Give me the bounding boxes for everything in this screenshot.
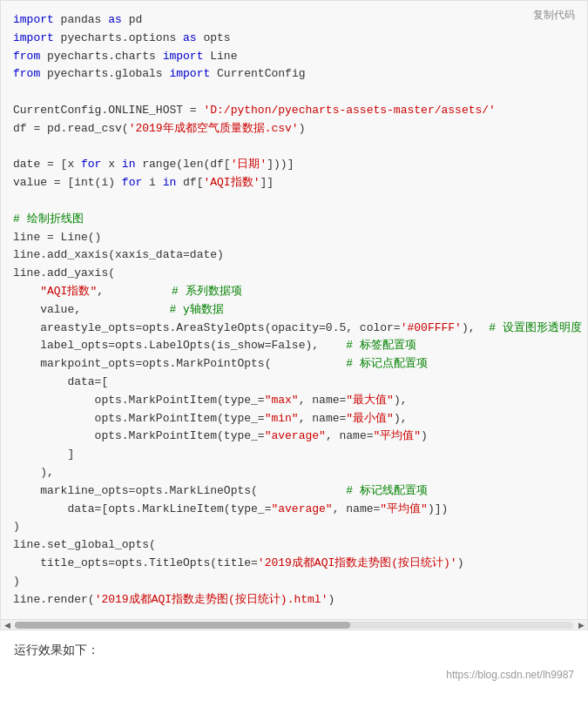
copy-button[interactable]: 复制代码 — [528, 6, 580, 24]
code-line-4: from pyecharts.globals import CurrentCon… — [13, 67, 305, 80]
code-line-9: date = [x for x in range(len(df['日期']))] — [13, 158, 294, 171]
below-code-label: 运行效果如下： — [14, 643, 99, 657]
code-line-23: opts.MarkPointItem(type_="min", name="最小… — [13, 412, 408, 425]
code-line-6: CurrentConfig.ONLINE_HOST = 'D:/python/p… — [13, 104, 496, 117]
code-line-15: line.add_yaxis( — [13, 266, 115, 280]
code-line-1: import pandas as pd — [13, 13, 142, 26]
scroll-thumb[interactable] — [15, 622, 350, 629]
csdn-url-text: https://blog.csdn.net/lh9987 — [446, 669, 574, 681]
scroll-track[interactable] — [15, 622, 573, 629]
code-line-16: "AQI指数", # 系列数据项 — [13, 285, 242, 298]
code-line-19: label_opts=opts.LabelOpts(is_show=False)… — [13, 339, 416, 352]
code-line-22: opts.MarkPointItem(type_="max", name="最大… — [13, 394, 408, 407]
below-code-text: 运行效果如下： — [0, 630, 588, 665]
code-line-20: markpoint_opts=opts.MarkPointOpts( # 标记点… — [13, 357, 428, 370]
code-line-3: from pyecharts.charts import Line — [13, 50, 237, 63]
code-line-10: value = [int(i) for i in df['AQI指数']] — [13, 176, 274, 189]
code-line-14: line.add_xaxis(xaxis_data=date) — [13, 248, 224, 261]
horizontal-scrollbar[interactable]: ◀ ▶ — [1, 619, 587, 630]
code-line-18: areastyle_opts=opts.AreaStyleOpts(opacit… — [13, 321, 587, 334]
code-line-12: # 绘制折线图 — [13, 212, 84, 226]
code-line-2: import pyecharts.options as opts — [13, 31, 231, 44]
code-line-13: line = Line() — [13, 231, 101, 244]
scroll-left-arrow[interactable]: ◀ — [1, 620, 13, 630]
code-line-17: value, # y轴数据 — [13, 303, 224, 316]
csdn-link: https://blog.csdn.net/lh9987 — [0, 665, 588, 690]
code-line-33: line.render('2019成都AQI指数走势图(按日统计).html') — [13, 593, 335, 606]
code-line-27: markline_opts=opts.MarkLineOpts( # 标记线配置… — [13, 484, 428, 497]
code-line-29: ) — [13, 520, 20, 533]
code-line-31: title_opts=opts.TitleOpts(title='2019成都A… — [13, 556, 464, 569]
code-line-30: line.set_global_opts( — [13, 538, 156, 551]
code-line-7: df = pd.read_csv('2019年成都空气质量数据.csv') — [13, 122, 305, 135]
code-line-24: opts.MarkPointItem(type_="average", name… — [13, 429, 428, 442]
code-line-28: data=[opts.MarkLineItem(type_="average",… — [13, 502, 448, 515]
page-container: 复制代码 import pandas as pd import pyechart… — [0, 0, 588, 690]
code-line-25: ] — [13, 448, 74, 461]
code-area: import pandas as pd import pyecharts.opt… — [1, 1, 587, 619]
code-line-32: ) — [13, 575, 20, 588]
code-line-26: ), — [13, 466, 54, 479]
code-line-21: data=[ — [13, 375, 108, 388]
scroll-right-arrow[interactable]: ▶ — [575, 620, 587, 630]
code-block-wrapper: 复制代码 import pandas as pd import pyechart… — [0, 0, 588, 630]
